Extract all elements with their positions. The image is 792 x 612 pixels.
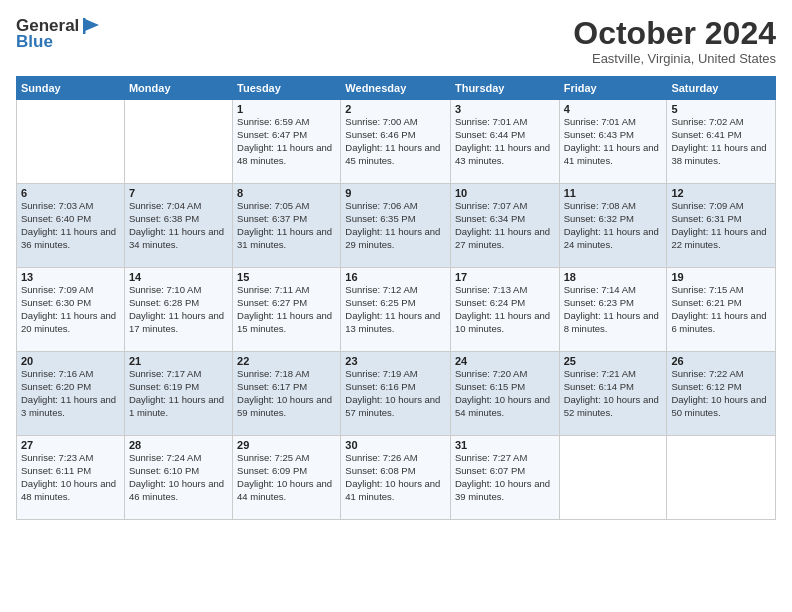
weekday-header-friday: Friday	[559, 77, 667, 100]
calendar-week-row: 27Sunrise: 7:23 AMSunset: 6:11 PMDayligh…	[17, 436, 776, 520]
day-number: 8	[237, 187, 336, 199]
day-number: 15	[237, 271, 336, 283]
calendar-cell: 13Sunrise: 7:09 AMSunset: 6:30 PMDayligh…	[17, 268, 125, 352]
day-number: 4	[564, 103, 663, 115]
calendar-cell: 11Sunrise: 7:08 AMSunset: 6:32 PMDayligh…	[559, 184, 667, 268]
calendar-cell: 2Sunrise: 7:00 AMSunset: 6:46 PMDaylight…	[341, 100, 451, 184]
calendar-cell: 21Sunrise: 7:17 AMSunset: 6:19 PMDayligh…	[124, 352, 232, 436]
day-number: 21	[129, 355, 228, 367]
day-info: Sunrise: 7:23 AMSunset: 6:11 PMDaylight:…	[21, 452, 120, 503]
calendar-cell: 3Sunrise: 7:01 AMSunset: 6:44 PMDaylight…	[450, 100, 559, 184]
day-info: Sunrise: 7:27 AMSunset: 6:07 PMDaylight:…	[455, 452, 555, 503]
calendar-cell: 12Sunrise: 7:09 AMSunset: 6:31 PMDayligh…	[667, 184, 776, 268]
day-number: 24	[455, 355, 555, 367]
day-info: Sunrise: 7:05 AMSunset: 6:37 PMDaylight:…	[237, 200, 336, 251]
day-info: Sunrise: 7:09 AMSunset: 6:30 PMDaylight:…	[21, 284, 120, 335]
calendar-cell: 25Sunrise: 7:21 AMSunset: 6:14 PMDayligh…	[559, 352, 667, 436]
day-info: Sunrise: 7:21 AMSunset: 6:14 PMDaylight:…	[564, 368, 663, 419]
day-number: 29	[237, 439, 336, 451]
day-info: Sunrise: 7:10 AMSunset: 6:28 PMDaylight:…	[129, 284, 228, 335]
calendar-cell: 20Sunrise: 7:16 AMSunset: 6:20 PMDayligh…	[17, 352, 125, 436]
logo-blue: Blue	[16, 32, 53, 52]
day-number: 1	[237, 103, 336, 115]
calendar-cell: 18Sunrise: 7:14 AMSunset: 6:23 PMDayligh…	[559, 268, 667, 352]
day-info: Sunrise: 7:22 AMSunset: 6:12 PMDaylight:…	[671, 368, 771, 419]
calendar-cell: 30Sunrise: 7:26 AMSunset: 6:08 PMDayligh…	[341, 436, 451, 520]
calendar-cell: 15Sunrise: 7:11 AMSunset: 6:27 PMDayligh…	[233, 268, 341, 352]
day-info: Sunrise: 7:09 AMSunset: 6:31 PMDaylight:…	[671, 200, 771, 251]
day-number: 16	[345, 271, 446, 283]
day-number: 19	[671, 271, 771, 283]
day-info: Sunrise: 7:04 AMSunset: 6:38 PMDaylight:…	[129, 200, 228, 251]
calendar-cell: 27Sunrise: 7:23 AMSunset: 6:11 PMDayligh…	[17, 436, 125, 520]
weekday-header-sunday: Sunday	[17, 77, 125, 100]
calendar-cell: 5Sunrise: 7:02 AMSunset: 6:41 PMDaylight…	[667, 100, 776, 184]
calendar-cell	[17, 100, 125, 184]
day-info: Sunrise: 7:24 AMSunset: 6:10 PMDaylight:…	[129, 452, 228, 503]
day-info: Sunrise: 7:11 AMSunset: 6:27 PMDaylight:…	[237, 284, 336, 335]
day-info: Sunrise: 7:07 AMSunset: 6:34 PMDaylight:…	[455, 200, 555, 251]
calendar-cell	[667, 436, 776, 520]
day-info: Sunrise: 7:02 AMSunset: 6:41 PMDaylight:…	[671, 116, 771, 167]
svg-rect-1	[83, 18, 86, 34]
calendar-cell: 14Sunrise: 7:10 AMSunset: 6:28 PMDayligh…	[124, 268, 232, 352]
calendar-cell: 16Sunrise: 7:12 AMSunset: 6:25 PMDayligh…	[341, 268, 451, 352]
calendar-cell: 17Sunrise: 7:13 AMSunset: 6:24 PMDayligh…	[450, 268, 559, 352]
day-info: Sunrise: 6:59 AMSunset: 6:47 PMDaylight:…	[237, 116, 336, 167]
day-info: Sunrise: 7:12 AMSunset: 6:25 PMDaylight:…	[345, 284, 446, 335]
day-number: 25	[564, 355, 663, 367]
calendar-cell	[559, 436, 667, 520]
day-info: Sunrise: 7:18 AMSunset: 6:17 PMDaylight:…	[237, 368, 336, 419]
svg-marker-0	[85, 19, 99, 31]
calendar-cell: 28Sunrise: 7:24 AMSunset: 6:10 PMDayligh…	[124, 436, 232, 520]
day-info: Sunrise: 7:17 AMSunset: 6:19 PMDaylight:…	[129, 368, 228, 419]
day-number: 30	[345, 439, 446, 451]
day-info: Sunrise: 7:25 AMSunset: 6:09 PMDaylight:…	[237, 452, 336, 503]
logo: General Blue	[16, 16, 103, 52]
day-info: Sunrise: 7:13 AMSunset: 6:24 PMDaylight:…	[455, 284, 555, 335]
calendar-cell: 8Sunrise: 7:05 AMSunset: 6:37 PMDaylight…	[233, 184, 341, 268]
day-number: 31	[455, 439, 555, 451]
weekday-header-saturday: Saturday	[667, 77, 776, 100]
day-number: 7	[129, 187, 228, 199]
calendar-cell: 26Sunrise: 7:22 AMSunset: 6:12 PMDayligh…	[667, 352, 776, 436]
day-number: 18	[564, 271, 663, 283]
weekday-header-row: SundayMondayTuesdayWednesdayThursdayFrid…	[17, 77, 776, 100]
calendar-cell: 7Sunrise: 7:04 AMSunset: 6:38 PMDaylight…	[124, 184, 232, 268]
day-info: Sunrise: 7:01 AMSunset: 6:43 PMDaylight:…	[564, 116, 663, 167]
calendar-cell: 1Sunrise: 6:59 AMSunset: 6:47 PMDaylight…	[233, 100, 341, 184]
day-info: Sunrise: 7:26 AMSunset: 6:08 PMDaylight:…	[345, 452, 446, 503]
day-number: 10	[455, 187, 555, 199]
day-number: 20	[21, 355, 120, 367]
calendar-week-row: 20Sunrise: 7:16 AMSunset: 6:20 PMDayligh…	[17, 352, 776, 436]
weekday-header-monday: Monday	[124, 77, 232, 100]
calendar-cell: 24Sunrise: 7:20 AMSunset: 6:15 PMDayligh…	[450, 352, 559, 436]
calendar-cell: 6Sunrise: 7:03 AMSunset: 6:40 PMDaylight…	[17, 184, 125, 268]
day-number: 6	[21, 187, 120, 199]
day-info: Sunrise: 7:14 AMSunset: 6:23 PMDaylight:…	[564, 284, 663, 335]
calendar-week-row: 6Sunrise: 7:03 AMSunset: 6:40 PMDaylight…	[17, 184, 776, 268]
day-info: Sunrise: 7:16 AMSunset: 6:20 PMDaylight:…	[21, 368, 120, 419]
calendar-cell	[124, 100, 232, 184]
day-info: Sunrise: 7:01 AMSunset: 6:44 PMDaylight:…	[455, 116, 555, 167]
calendar-page: General Blue October 2024 Eastville, Vir…	[0, 0, 792, 612]
weekday-header-thursday: Thursday	[450, 77, 559, 100]
calendar-cell: 9Sunrise: 7:06 AMSunset: 6:35 PMDaylight…	[341, 184, 451, 268]
calendar-table: SundayMondayTuesdayWednesdayThursdayFrid…	[16, 76, 776, 520]
day-number: 13	[21, 271, 120, 283]
day-info: Sunrise: 7:15 AMSunset: 6:21 PMDaylight:…	[671, 284, 771, 335]
weekday-header-wednesday: Wednesday	[341, 77, 451, 100]
day-info: Sunrise: 7:20 AMSunset: 6:15 PMDaylight:…	[455, 368, 555, 419]
day-info: Sunrise: 7:00 AMSunset: 6:46 PMDaylight:…	[345, 116, 446, 167]
calendar-week-row: 13Sunrise: 7:09 AMSunset: 6:30 PMDayligh…	[17, 268, 776, 352]
day-number: 23	[345, 355, 446, 367]
header: General Blue October 2024 Eastville, Vir…	[16, 16, 776, 66]
title-section: October 2024 Eastville, Virginia, United…	[573, 16, 776, 66]
day-number: 12	[671, 187, 771, 199]
day-number: 9	[345, 187, 446, 199]
logo-flag-icon	[81, 17, 103, 35]
day-number: 11	[564, 187, 663, 199]
calendar-cell: 31Sunrise: 7:27 AMSunset: 6:07 PMDayligh…	[450, 436, 559, 520]
calendar-cell: 4Sunrise: 7:01 AMSunset: 6:43 PMDaylight…	[559, 100, 667, 184]
day-number: 5	[671, 103, 771, 115]
